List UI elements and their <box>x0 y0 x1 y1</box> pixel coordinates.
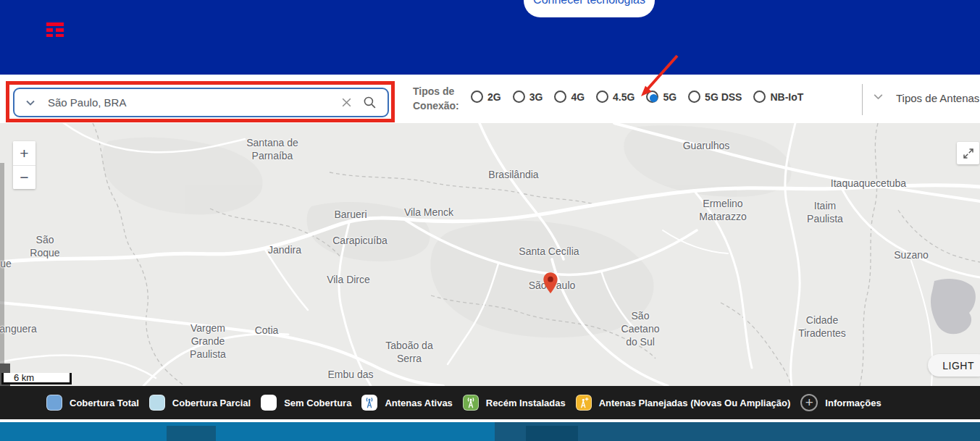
info-plus-icon: + <box>800 394 818 411</box>
antenna-plus-icon <box>576 395 592 411</box>
legend-bar: Cobertura TotalCobertura ParcialSem Cobe… <box>0 386 980 419</box>
map-place-label: anguera <box>0 323 37 336</box>
legend-item[interactable]: Recém Instaladas <box>463 395 566 411</box>
map-labels: Santana de ParnaíbaBrasilândiaGuarulhosI… <box>0 123 980 386</box>
map-place-label: São Caetano do Sul <box>621 310 660 349</box>
connection-type-radio[interactable]: NB-IoT <box>753 91 803 103</box>
antenna-types-dropdown[interactable]: Tipos de Antenas <box>872 91 979 106</box>
map-place-label: Ermelino Matarazzo <box>699 198 746 224</box>
map-canvas[interactable]: Santana de ParnaíbaBrasilândiaGuarulhosI… <box>0 123 980 386</box>
tim-logo-icon[interactable] <box>46 22 64 38</box>
swatch-icon <box>46 395 62 411</box>
legend-item[interactable]: Antenas Ativas <box>361 395 452 411</box>
connection-type-radio[interactable]: 3G <box>513 91 543 103</box>
connection-type-radio[interactable]: 2G <box>471 91 501 103</box>
map-place-label: Jandira <box>268 244 301 257</box>
chevron-down-icon <box>872 91 884 106</box>
map-place-label: Santana de Parnaíba <box>246 137 298 163</box>
map-place-label: Vargem Grande Paulista <box>190 322 226 361</box>
antenna-icon <box>463 395 479 411</box>
search-input[interactable] <box>46 96 335 109</box>
map-place-label: Embu das <box>327 369 373 382</box>
swatch-icon <box>149 395 165 411</box>
radio-icon <box>688 91 700 103</box>
connection-type-group: 2G 3G 4G 4.5G 5G 5G DSS NB-IoT <box>471 91 803 103</box>
map-place-label: ue <box>0 258 12 271</box>
map-style-button[interactable]: LIGHT <box>928 354 980 377</box>
legend-label: Cobertura Total <box>70 398 139 408</box>
radio-icon <box>554 91 566 103</box>
radio-icon <box>596 91 608 103</box>
legend-label: Cobertura Parcial <box>172 398 251 408</box>
map-place-label: São Roque <box>30 234 59 260</box>
connection-type-radio[interactable]: 4G <box>554 91 585 103</box>
conhecer-tecnologias-button[interactable]: Conhecer tecnologias <box>524 0 655 17</box>
radio-icon <box>471 91 483 103</box>
cta-label: Conhecer tecnologias <box>524 0 655 7</box>
map-place-label: Vila Menck <box>404 206 453 219</box>
legend-item[interactable]: Sem Cobertura <box>261 395 351 411</box>
map-place-label: Cotia <box>255 324 279 337</box>
swatch-icon <box>261 395 277 411</box>
zoom-in-button[interactable]: + <box>13 141 35 165</box>
map-place-label: Vila Dirce <box>327 274 370 287</box>
fullscreen-icon[interactable] <box>957 142 979 164</box>
legend-item[interactable]: Cobertura Total <box>46 395 139 411</box>
legend-label: Antenas Planejadas (Novas Ou Ampliação) <box>599 398 791 408</box>
connection-type-radio[interactable]: 4.5G <box>596 91 635 103</box>
map-scale: 6 km <box>1 373 72 385</box>
location-search-box <box>13 88 389 117</box>
radio-icon <box>513 91 525 103</box>
zoom-controls: + − <box>13 141 35 189</box>
map-place-label: Santa Cecília <box>519 245 579 259</box>
zoom-out-button[interactable]: − <box>13 165 35 189</box>
map-place-label: Itaquaquecetuba <box>831 177 906 190</box>
map-place-label: Brasilândia <box>488 169 538 182</box>
connection-type-radio[interactable]: 5G DSS <box>688 91 742 103</box>
connection-types-label: Tipos de Conexão: <box>413 84 464 113</box>
bottom-partial-element <box>167 426 216 441</box>
map-place-label: Suzano <box>894 249 928 262</box>
legend-item[interactable]: Antenas Planejadas (Novas Ou Ampliação) <box>576 395 791 411</box>
filter-bar: Tipos de Conexão: 2G 3G 4G 4.5G 5G 5G DS… <box>0 75 980 123</box>
top-header: Conhecer tecnologias <box>0 0 980 75</box>
map-place-label: Carapicuíba <box>332 235 388 248</box>
chevron-down-icon[interactable] <box>25 97 36 109</box>
map-place-label: Cidade Tiradentes <box>798 314 846 340</box>
legend-label: Sem Cobertura <box>284 398 351 408</box>
clear-search-icon[interactable] <box>335 96 357 109</box>
coverage-map-page: Conhecer tecnologias <box>0 0 980 441</box>
legend-item[interactable]: Cobertura Parcial <box>149 395 251 411</box>
radio-icon <box>646 91 658 103</box>
connection-type-radio[interactable]: 5G <box>646 91 677 103</box>
antenna-dropdown-label: Tipos de Antenas <box>896 92 979 104</box>
map-pin-sao-paulo[interactable] <box>543 272 558 295</box>
divider <box>862 84 863 115</box>
bottom-partial-element <box>526 426 578 441</box>
bottom-section-strip <box>0 422 980 441</box>
antenna-icon <box>361 395 377 411</box>
legend-label: Recém Instaladas <box>486 398 566 408</box>
search-icon[interactable] <box>357 96 382 109</box>
map-place-label: Barueri <box>334 209 367 222</box>
map-place-label: Itaim Paulista <box>807 200 843 226</box>
legend-item[interactable]: +Informações <box>800 394 881 411</box>
map-place-label: Taboão da Serra <box>385 340 432 366</box>
radio-icon <box>753 91 766 103</box>
map-place-label: Guarulhos <box>683 140 730 153</box>
legend-label: Antenas Ativas <box>385 398 452 408</box>
legend-label: Informações <box>825 398 881 408</box>
